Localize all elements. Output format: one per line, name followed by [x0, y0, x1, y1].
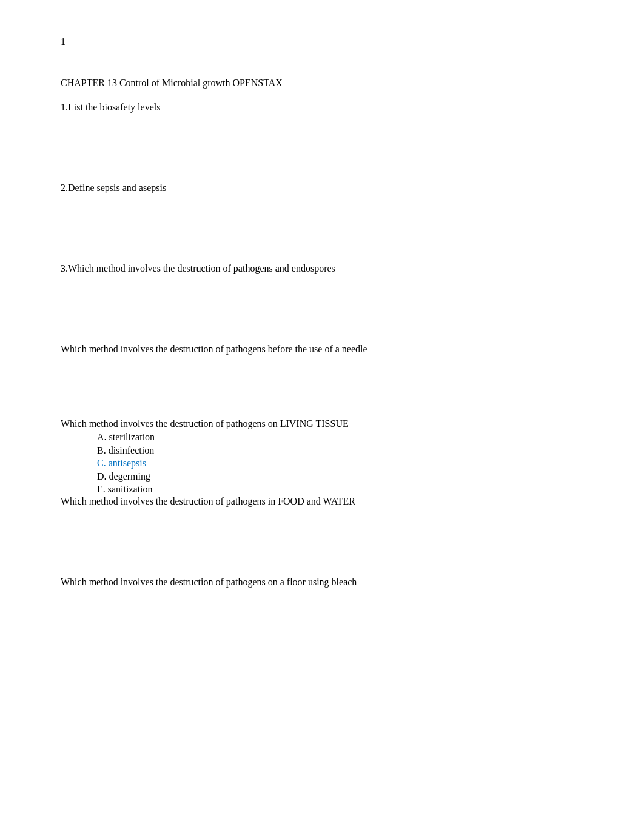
- question-1: 1.List the biosafety levels: [61, 102, 583, 113]
- option-b: B. disinfection: [97, 444, 583, 457]
- question-7: Which method involves the destruction of…: [61, 577, 583, 588]
- question-5: Which method involves the destruction of…: [61, 418, 583, 429]
- option-d: D. degerming: [97, 470, 583, 483]
- chapter-title: CHAPTER 13 Control of Microbial growth O…: [61, 78, 583, 89]
- spacer: [61, 507, 583, 577]
- option-a: A. sterilization: [97, 431, 583, 444]
- document-page: 1 CHAPTER 13 Control of Microbial growth…: [0, 0, 644, 624]
- answer-options: A. sterilization B. disinfection C. anti…: [61, 431, 583, 496]
- question-2: 2.Define sepsis and asepsis: [61, 183, 583, 193]
- question-6: Which method involves the destruction of…: [61, 496, 583, 507]
- spacer: [61, 355, 583, 418]
- question-4: Which method involves the destruction of…: [61, 344, 583, 355]
- option-c-selected: C. antisepsis: [97, 457, 583, 470]
- option-e: E. sanitization: [97, 483, 583, 496]
- page-number: 1: [61, 36, 583, 47]
- question-3: 3.Which method involves the destruction …: [61, 263, 583, 274]
